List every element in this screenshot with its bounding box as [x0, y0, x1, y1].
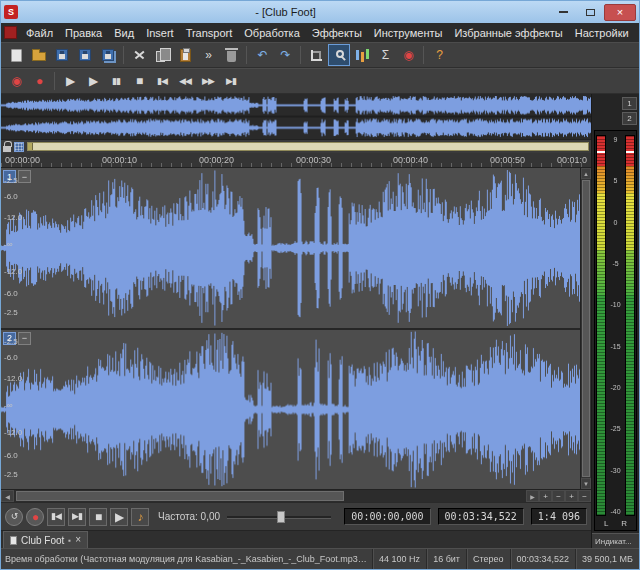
go-to-end-button[interactable]: ▶▮: [220, 70, 242, 92]
waveform-channel-2[interactable]: [1, 330, 580, 490]
mix-paste-button[interactable]: »: [197, 44, 219, 66]
horizontal-scroll-thumb[interactable]: [16, 491, 344, 501]
whats-this-button[interactable]: ?: [428, 44, 450, 66]
go-to-start-button[interactable]: ▮◀: [151, 70, 173, 92]
zoom-in-level-button[interactable]: +: [565, 490, 578, 502]
scroll-up-button[interactable]: ▲: [581, 168, 591, 179]
zoom-out-level-button[interactable]: −: [578, 490, 591, 502]
menu-item-file[interactable]: Файл: [20, 25, 59, 41]
play-all-button[interactable]: ▶: [59, 70, 81, 92]
dock-button-1[interactable]: 1: [622, 97, 637, 110]
snapshot-button[interactable]: [351, 44, 373, 66]
record-button[interactable]: ●: [26, 508, 44, 526]
horizontal-scrollbar[interactable]: ◀ ▶ + − + −: [1, 489, 591, 502]
record-button[interactable]: ●: [28, 70, 50, 92]
save-all-button[interactable]: [97, 44, 119, 66]
channel-2[interactable]: 2 − -2.5 -6.0 -12.0 -∞ -12.0 -6.0 -2.5: [1, 330, 580, 490]
menu-item-edit[interactable]: Правка: [59, 25, 108, 41]
menu-item-process[interactable]: Обработка: [238, 25, 305, 41]
delete-button[interactable]: [220, 44, 242, 66]
time-ruler[interactable]: 00:00:00 00:00:10 00:00:20 00:00:30 00:0…: [1, 153, 591, 168]
loop-start-marker[interactable]: [28, 143, 33, 150]
rewind-button[interactable]: ◀◀: [174, 70, 196, 92]
meter-scale-label: -25: [608, 425, 623, 432]
horizontal-scroll-track[interactable]: [14, 490, 526, 502]
paste-button[interactable]: [174, 44, 196, 66]
meter-scale-label: -15: [608, 343, 623, 350]
new-file-button[interactable]: [5, 44, 27, 66]
status-channel-mode[interactable]: Стерео: [466, 549, 510, 569]
scrub-button[interactable]: ♪: [131, 508, 149, 526]
snap-grid-icon[interactable]: [14, 142, 24, 152]
go-to-end-button[interactable]: ▶▮: [68, 508, 86, 526]
zoom-in-time-button[interactable]: +: [539, 490, 552, 502]
vertical-scrollbar[interactable]: ▲ ▼: [580, 168, 591, 489]
status-length[interactable]: 00:03:34,522: [510, 549, 576, 569]
meter-dock-tab[interactable]: Индикат...: [592, 533, 639, 548]
overview-strip[interactable]: [1, 94, 591, 140]
pin-icon[interactable]: ▪: [68, 536, 71, 545]
vertical-scroll-thumb[interactable]: [582, 180, 590, 477]
redo-button[interactable]: ↷: [274, 44, 296, 66]
trim-crop-button[interactable]: [305, 44, 327, 66]
pause-button[interactable]: ▮▮: [105, 70, 127, 92]
scroll-right-button[interactable]: ▶: [526, 490, 539, 502]
menu-item-view[interactable]: Вид: [108, 25, 140, 41]
menu-item-window[interactable]: Window: [635, 25, 640, 41]
channel-1-collapse-button[interactable]: −: [18, 170, 31, 183]
menu-item-insert[interactable]: Insert: [140, 25, 180, 41]
channel-2-collapse-button[interactable]: −: [18, 332, 31, 345]
slider-thumb[interactable]: [277, 511, 285, 523]
record-remote-button[interactable]: ◉: [5, 70, 27, 92]
time-current-display[interactable]: 00:00:00,000: [344, 508, 430, 525]
scroll-left-button[interactable]: ◀: [1, 490, 14, 502]
document-menu-icon[interactable]: [4, 26, 17, 39]
record-options-button[interactable]: ◉: [397, 44, 419, 66]
save-as-icon: [79, 49, 91, 61]
level-meter-panel[interactable]: 9 5 0 -5 -10 -15 -20 -25 -30 -40 L: [594, 130, 637, 531]
time-total-display[interactable]: 00:03:34,522: [438, 508, 524, 525]
play-button[interactable]: ▶: [110, 508, 128, 526]
statistics-button[interactable]: Σ: [374, 44, 396, 66]
dock-button-2[interactable]: 2: [622, 112, 637, 125]
zoom-out-time-button[interactable]: −: [552, 490, 565, 502]
status-bit-depth[interactable]: 16 бит: [426, 549, 466, 569]
copy-button[interactable]: [151, 44, 173, 66]
waveform-channel-1[interactable]: [1, 168, 580, 328]
minimize-button[interactable]: [550, 4, 576, 21]
status-sample-rate[interactable]: 44 100 Hz: [372, 549, 426, 569]
go-to-start-button[interactable]: ▮◀: [47, 508, 65, 526]
menu-item-transport[interactable]: Transport: [180, 25, 239, 41]
cut-button[interactable]: [128, 44, 150, 66]
channel-1[interactable]: 1 − -2.5 -6.0 -12.0 -∞ -12.0 -6.0 -2.5: [1, 168, 580, 328]
ruler-label: 00:00:30: [296, 155, 331, 165]
loop-playback-button[interactable]: ↺: [5, 508, 23, 526]
toolbar-separator: [300, 46, 301, 64]
app-icon: S: [4, 5, 18, 19]
forward-button[interactable]: ▶▶: [197, 70, 219, 92]
status-message: Время обработки (Частотная модуляция для…: [1, 549, 372, 569]
menu-item-favorites[interactable]: Избранные эффекты: [448, 25, 568, 41]
tab-close-icon[interactable]: ×: [75, 535, 81, 545]
save-button[interactable]: [51, 44, 73, 66]
frequency-slider[interactable]: [227, 510, 331, 524]
db-label: -6.0: [4, 353, 18, 362]
stop-button[interactable]: ■: [89, 508, 107, 526]
close-button[interactable]: ×: [604, 4, 636, 21]
loop-region-bar[interactable]: [27, 142, 589, 151]
scroll-down-button[interactable]: ▼: [581, 478, 591, 489]
undo-button[interactable]: ↶: [251, 44, 273, 66]
overview-waveform[interactable]: [1, 94, 591, 139]
zoom-ratio-display[interactable]: 1:4 096: [531, 508, 587, 525]
menu-item-tools[interactable]: Инструменты: [368, 25, 449, 41]
play-button[interactable]: ▶: [82, 70, 104, 92]
maximize-button[interactable]: [577, 4, 603, 21]
open-file-button[interactable]: [28, 44, 50, 66]
menu-item-effects[interactable]: Эффекты: [306, 25, 368, 41]
zoom-selection-button[interactable]: [328, 44, 350, 66]
lock-icon[interactable]: [3, 146, 11, 152]
menu-item-options[interactable]: Настройки: [569, 25, 635, 41]
tab-club-foot[interactable]: Club Foot ▪ ×: [3, 531, 88, 548]
stop-button[interactable]: ■: [128, 70, 150, 92]
save-as-button[interactable]: [74, 44, 96, 66]
